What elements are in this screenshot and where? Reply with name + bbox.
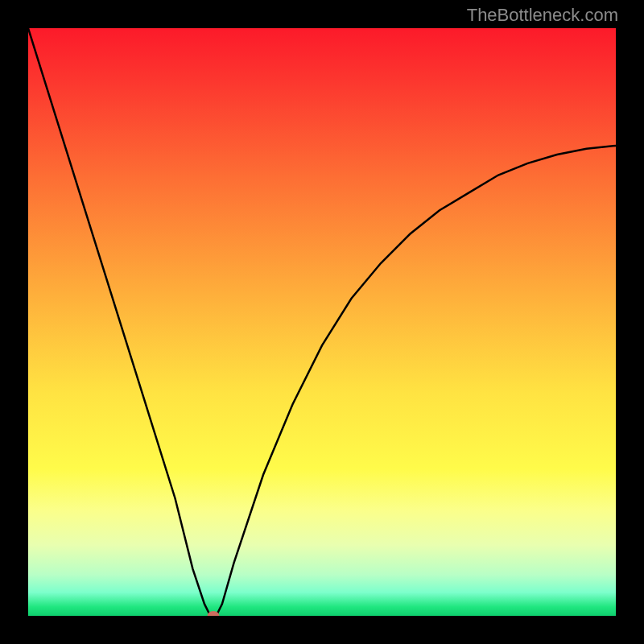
attribution-text: TheBottleneck.com — [467, 5, 618, 26]
curve-svg — [28, 28, 616, 616]
minimum-marker — [207, 611, 219, 616]
plot-area — [28, 28, 616, 616]
bottleneck-curve — [28, 28, 616, 616]
